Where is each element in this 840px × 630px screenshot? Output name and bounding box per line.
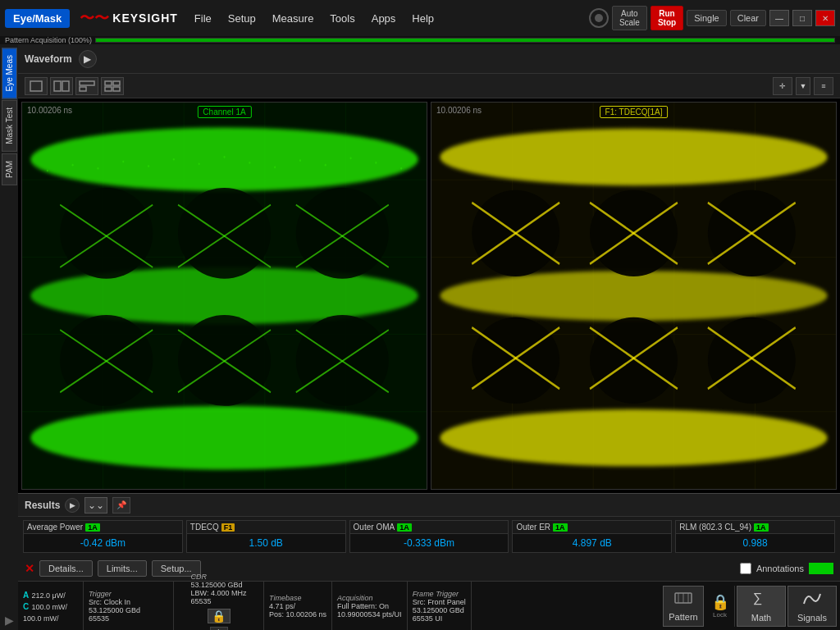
annotations-checkbox[interactable] [740,563,751,574]
result-tdecq: TDECQ F1 1.50 dB [186,520,346,553]
svg-point-50 [325,164,326,167]
cdr-val1: 53.125000 GBd [191,581,247,589]
main-area: Eye Meas Mask Test PAM ▶ Waveform ▶ [0,44,840,630]
svg-rect-4 [80,87,86,91]
progress-label: Pattern Acquisition (100%) [5,36,92,44]
right-scope-wrapper: 10.00206 ns F1: TDECQ[1A] [431,103,836,489]
results-label: Results [25,500,60,511]
single-button[interactable]: Single [687,10,727,26]
svg-point-51 [350,157,352,159]
menu-measure[interactable]: Measure [266,9,321,28]
status-acq-cell: Acquisition Full Pattern: On 10.99000534… [332,582,408,630]
crosshair-button[interactable]: ✛ [773,77,792,95]
auto-scale-button[interactable]: AutoScale [612,6,647,30]
lock-icon: 🔒 [208,609,231,623]
details-button[interactable]: Details... [39,560,93,577]
left-channel-badge: Channel 1A [197,106,251,118]
svg-rect-7 [105,87,112,91]
svg-rect-3 [80,81,94,85]
dropdown-button[interactable]: ▼ [796,77,810,95]
acq-val2: 10.99000534 pts/UI [337,610,402,619]
pin-button[interactable]: 📌 [112,497,130,514]
waveform-label: Waveform [25,53,72,65]
right-scope-panel: 10.00206 ns F1: TDECQ[1A] [431,102,837,490]
svg-point-48 [274,167,276,169]
right-eye-diagram [431,103,836,489]
clear-button[interactable]: Clear [730,10,766,26]
tab-eye-meas[interactable]: Eye Meas [2,48,17,98]
left-scope-time: 10.00206 ns [27,106,72,115]
svg-point-64 [440,129,827,185]
eye-mask-button[interactable]: Eye/Mask [5,9,70,28]
menu-help[interactable]: Help [405,9,441,28]
svg-point-69 [472,317,559,404]
result-value-5: 0.988 [676,534,834,552]
svg-point-71 [708,317,796,404]
minimize-button[interactable]: — [769,10,789,26]
progress-fill [96,39,834,42]
run-stop-button[interactable]: RunStop [651,6,683,30]
status-c2-row: 100.0 mW/ [23,612,78,623]
keysight-logo: 〜〜 KEYSIGHT [80,8,178,28]
close-results-icon[interactable]: ✕ [25,562,34,575]
timebase-val2: Pos: 10.00206 ns [269,610,326,619]
tab-pam[interactable]: PAM [2,153,17,185]
status-c2-value: 100.0 mW/ [23,614,59,623]
svg-rect-5 [105,81,112,85]
result-average-power: Average Power 1A -0.42 dBm [23,520,183,553]
svg-point-43 [148,165,149,167]
result-name-5: RLM (802.3 CL_94) [679,523,751,532]
result-name-2: TDECQ [190,523,219,532]
close-button[interactable]: ✕ [815,10,835,26]
result-header-1: Average Power 1A [24,521,182,534]
grid-quad-btn[interactable] [101,77,124,95]
menu-setup[interactable]: Setup [221,9,262,28]
result-value-4: 4.897 dB [513,534,671,552]
keysight-chevron-icon: 〜〜 [80,8,109,28]
tab-mask-test[interactable]: Mask Test [2,100,17,152]
limits-button[interactable]: Limits... [98,560,147,577]
green-status-indicator [809,563,833,574]
menu-file[interactable]: File [188,9,218,28]
result-value-2: 1.50 dB [187,534,345,552]
svg-point-70 [590,317,678,404]
svg-point-46 [223,156,225,158]
svg-rect-1 [54,81,61,91]
math-button[interactable]: ∑ Math [737,586,786,627]
status-timebase-cell: Timebase 4.71 ps/ Pos: 10.00206 ns [264,582,332,630]
result-value-3: -0.333 dBm [350,534,509,552]
waveform-play-button[interactable]: ▶ [79,50,97,68]
results-play-button[interactable]: ▶ [65,498,80,513]
pattern-button[interactable]: Pattern [663,586,704,627]
grid-double-btn[interactable] [50,77,73,95]
svg-point-19 [30,127,418,191]
collapse-button[interactable]: ⌄⌄ [84,497,107,514]
pattern-label: Pattern [669,612,697,622]
menu-button[interactable]: ≡ [814,77,833,95]
svg-point-21 [60,188,153,279]
svg-text:∑: ∑ [753,591,762,605]
status-a-row: A 212.0 μW/ [23,589,78,600]
svg-point-65 [440,271,827,321]
maximize-button[interactable]: □ [792,10,812,26]
frame-src: Src: Front Panel [413,598,466,606]
trigger-src: Src: Clock In [89,598,168,606]
cdr-lbw: LBW: 4.000 MHz [191,589,247,597]
menu-tools[interactable]: Tools [323,9,361,28]
svg-point-41 [97,167,98,170]
grid-top-btn[interactable] [75,77,98,95]
svg-point-49 [299,159,301,162]
results-section: Results ▶ ⌄⌄ 📌 Average Power 1A -0.42 dB… [18,493,840,581]
results-grid: Average Power 1A -0.42 dBm TDECQ F1 1.50… [18,517,840,556]
signals-button[interactable]: Signals [788,586,837,627]
grid-single-btn[interactable] [25,77,48,95]
result-rlm: RLM (802.3 CL_94) 1A 0.988 [675,520,835,553]
result-badge-3: 1A [397,523,412,532]
menu-apps[interactable]: Apps [365,9,403,28]
waveform-toolbar: Waveform ▶ [18,44,840,74]
trigger-val1: 53.125000 GBd [89,606,168,614]
expand-arrow-icon[interactable]: ▶ [2,610,17,630]
result-name-3: Outer OMA [354,523,395,532]
status-a-value: 212.0 μW/ [32,591,66,600]
gear-icon[interactable]: ⚙ [210,627,228,631]
